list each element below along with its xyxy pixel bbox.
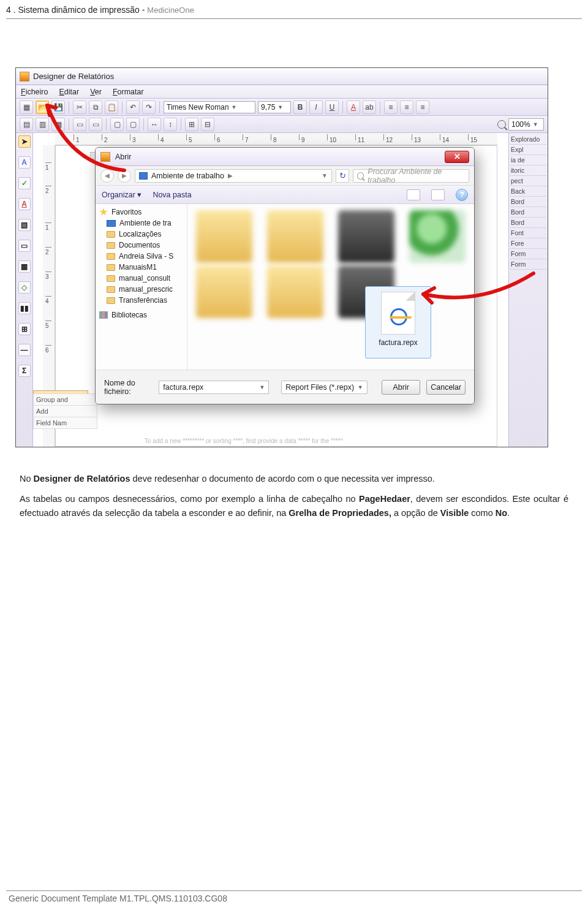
file-thumb[interactable] (409, 210, 466, 263)
font-color-button[interactable]: A (347, 101, 360, 114)
menu-editar[interactable]: Editar (59, 88, 79, 96)
tool-h[interactable]: ↔ (148, 118, 161, 131)
body-p1: No Designer de Relatórios deve redesenha… (20, 472, 568, 486)
image-tool-icon[interactable]: ▧ (18, 219, 31, 231)
zoom-combo[interactable]: 100%▼ (508, 118, 544, 131)
cancel-button[interactable]: Cancelar (426, 380, 466, 395)
tree-item[interactable]: manual_consult (99, 274, 183, 283)
richtext-tool-icon[interactable]: A (18, 198, 31, 210)
tool-k[interactable]: ⊟ (201, 118, 214, 131)
rail-label[interactable]: Form (510, 259, 546, 270)
open-action-button[interactable]: Abrir (382, 380, 421, 395)
dialog-titlebar: Abrir ✕ (96, 148, 474, 166)
font-value: Times New Roman (167, 103, 229, 112)
panel-tool-icon[interactable]: ▭ (18, 240, 31, 252)
term-pageheader: PageHedaer (359, 494, 410, 504)
search-input[interactable]: Procurar Ambiente de trabalho (353, 169, 469, 183)
header-suffix: MedicineOne (147, 6, 194, 15)
titlebar: Designer de Relatórios (16, 68, 548, 85)
align-right-button[interactable]: ≡ (416, 101, 429, 114)
tree-item[interactable]: Transferências (99, 296, 183, 305)
ruler-tick: 15 (470, 137, 477, 143)
sum-tool-icon[interactable]: Σ (18, 365, 31, 377)
chevron-down-icon[interactable]: ▼ (322, 172, 328, 179)
tree-item[interactable]: ManuaisM1 (99, 263, 183, 271)
rail-label[interactable]: ia de (510, 155, 546, 165)
ruler-tick: 12 (386, 137, 393, 143)
grid-tool-icon[interactable]: ⊞ (18, 323, 31, 335)
tree-item[interactable]: Documentos (99, 241, 183, 249)
rail-label[interactable]: itoric (510, 165, 546, 176)
filename-input[interactable]: factura.repx ▼ (159, 381, 269, 394)
tree-libraries[interactable]: Bibliotecas (99, 311, 183, 319)
menu-formatar[interactable]: Formatar (113, 88, 144, 96)
close-icon[interactable]: ✕ (445, 151, 469, 163)
group-row[interactable]: Field Nam (33, 417, 97, 429)
tool-i[interactable]: ↕ (164, 118, 177, 131)
view-mode-button[interactable] (407, 189, 420, 200)
barcode-tool-icon[interactable]: ▮▮ (18, 302, 31, 314)
label-tool-icon[interactable]: A (18, 156, 31, 169)
font-combo[interactable]: Times New Roman▼ (164, 101, 255, 113)
hint-text: To add a new ********* or sorting ****, … (145, 438, 343, 444)
align-left-button[interactable]: ≡ (384, 101, 398, 114)
table-tool-icon[interactable]: ▦ (18, 260, 31, 273)
rail-label[interactable]: Font (510, 228, 546, 238)
new-folder-button[interactable]: Nova pasta (153, 191, 191, 199)
chevron-right-icon[interactable]: ▶ (228, 172, 233, 179)
align-center-button[interactable]: ≡ (400, 101, 413, 114)
underline-button[interactable]: U (325, 101, 339, 114)
rail-label[interactable]: Bord (510, 207, 546, 218)
file-thumb[interactable] (267, 210, 323, 263)
filetype-value: Report Files (*.repx) (285, 383, 354, 392)
file-thumb[interactable] (196, 210, 252, 263)
file-thumb[interactable] (196, 265, 252, 318)
italic-button[interactable]: I (309, 101, 323, 114)
file-page-icon (381, 292, 415, 335)
redo-button[interactable]: ↷ (142, 101, 156, 114)
file-thumb[interactable] (267, 265, 323, 318)
shape-tool-icon[interactable]: ◇ (18, 281, 31, 294)
bold-button[interactable]: B (293, 101, 307, 114)
folder-icon (107, 297, 115, 304)
rail-label[interactable]: Bord (510, 197, 546, 207)
menu-ficheiro[interactable]: Ficheiro (21, 88, 48, 96)
rail-label[interactable]: Explorado (510, 134, 546, 145)
rail-label[interactable]: pect (510, 176, 546, 186)
menu-ver[interactable]: Ver (90, 88, 102, 96)
rail-label[interactable]: Bord (510, 218, 546, 228)
desktop-icon (107, 220, 116, 227)
checkbox-tool-icon[interactable]: ✓ (18, 177, 31, 189)
preview-pane-button[interactable] (431, 189, 445, 200)
highlight-button[interactable]: ab (363, 101, 376, 114)
tool-a[interactable]: ▤ (20, 118, 33, 131)
footer-rule (6, 890, 582, 891)
line-tool-icon[interactable]: — (18, 344, 31, 356)
menubar: Ficheiro Editar Ver Formatar (16, 85, 548, 99)
group-row[interactable]: Group and (33, 393, 97, 406)
refresh-button[interactable]: ↻ (336, 169, 349, 183)
tree-item[interactable]: Ambiente de tra (99, 219, 183, 227)
breadcrumb[interactable]: Ambiente de trabalho ▶ ▼ (135, 169, 332, 183)
new-button[interactable]: ▦ (20, 101, 33, 114)
rail-label[interactable]: Fore (510, 238, 546, 249)
dialog-toolbar: Organizar ▾ Nova pasta ? (96, 186, 474, 204)
ruler-tick: 6 (217, 137, 221, 143)
pointer-tool-icon[interactable]: ➤ (18, 135, 31, 148)
filetype-combo[interactable]: Report Files (*.repx) ▼ (281, 381, 367, 394)
ruler-tick: 3 (132, 137, 136, 143)
help-icon[interactable]: ? (456, 189, 468, 201)
group-row[interactable]: Add (33, 405, 97, 417)
tree-favorites[interactable]: Favoritos (99, 208, 183, 216)
tool-j[interactable]: ⊞ (185, 118, 198, 131)
file-thumb[interactable] (338, 210, 394, 263)
organize-button[interactable]: Organizar ▾ (102, 190, 141, 199)
tree-item[interactable]: Localizações (99, 230, 183, 238)
nav-tree: Favoritos Ambiente de tra Localizações D… (96, 204, 187, 370)
rail-label[interactable]: Expl (510, 145, 546, 155)
rail-label[interactable]: Back (510, 186, 546, 197)
tree-item[interactable]: Andreia Silva - S (99, 252, 183, 260)
size-combo[interactable]: 9,75▼ (258, 101, 291, 113)
tree-item[interactable]: manual_prescric (99, 285, 183, 294)
rail-label[interactable]: Form (510, 249, 546, 259)
